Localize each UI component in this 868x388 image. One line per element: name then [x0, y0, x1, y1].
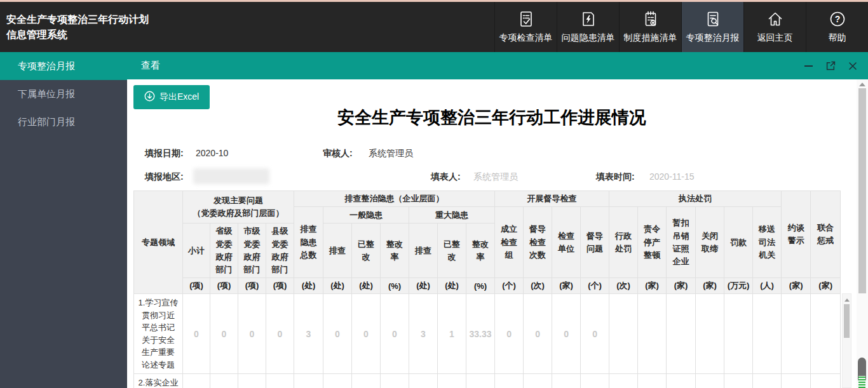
fill-time-value: 2020-11-15 [649, 171, 695, 182]
nav-item-hazard-list[interactable]: 问题隐患清单 [557, 2, 619, 52]
unit-cell: (家) [696, 278, 724, 294]
col-header-joint-punishment: 联合 惩戒 [811, 191, 841, 278]
value-cell [352, 374, 381, 388]
nav-item-help[interactable]: ? 帮助 [806, 2, 868, 52]
hazard-list-icon [580, 10, 597, 28]
group-header-hidden-dangers: 排查整治隐患（企业层面） [294, 191, 495, 207]
sidebar-item-industry-departments[interactable]: 行业部门月报 [0, 108, 127, 136]
home-icon [766, 10, 784, 28]
unit-cell: (个) [495, 278, 524, 294]
value-cell: 0 [524, 294, 552, 374]
fill-date-label: 填报日期: [145, 148, 184, 159]
value-cell: 0 [266, 294, 294, 374]
nav-item-home[interactable]: 返回主页 [743, 2, 806, 52]
value-cell [753, 374, 782, 388]
value-cell [811, 294, 841, 374]
col-header-interview-warning: 约谈 警示 [782, 191, 811, 278]
value-cell: 0 [495, 294, 524, 374]
group-header-main-problems: 发现主要问题 （党委政府及部门层面） [183, 191, 294, 224]
group-header-enforcement: 执法处罚 [609, 191, 782, 207]
unit-cell: (家) [782, 278, 811, 294]
close-icon[interactable] [848, 61, 858, 71]
nav-item-label: 帮助 [829, 32, 846, 44]
row-label-topic: 2.落实企业 [134, 374, 183, 388]
nav-item-inspection-list[interactable]: 专项检查清单 [494, 2, 557, 52]
col-header-order-stop: 责令 停产 整顿 [638, 207, 667, 278]
table-body: 1.学习宣传 贯彻习近 平总书记 关于安全 生产重要 论述专题000030003… [134, 294, 841, 388]
sidebar-item-subordinate-units[interactable]: 下属单位月报 [0, 80, 127, 108]
unit-cell: (项) [266, 278, 294, 294]
value-cell [409, 374, 438, 388]
unit-cell: (家) [811, 278, 841, 294]
sidebar: 专项整治月报 下属单位月报 行业部门月报 [0, 52, 127, 388]
nav-item-monthly-report[interactable]: 专项整治月报 [681, 2, 743, 52]
value-cell [667, 374, 696, 388]
row-label-topic: 1.学习宣传 贯彻习近 平总书记 关于安全 生产重要 论述专题 [134, 294, 183, 374]
reviewer-value: 系统管理员 [369, 148, 413, 159]
reviewer-label: 审核人: [323, 148, 353, 159]
unit-cell: (次) [609, 278, 638, 294]
unit-cell: (家) [667, 278, 696, 294]
unit-cell: (项) [238, 278, 266, 294]
filler-label: 填表人: [431, 171, 461, 183]
nav-item-label: 专项检查清单 [499, 32, 553, 44]
value-cell [238, 374, 266, 388]
value-cell: 0 [183, 294, 210, 374]
col-header-supervise-problems: 督导 问题 [581, 207, 609, 278]
value-cell [696, 294, 724, 374]
panel-scrollbar[interactable] [857, 79, 868, 388]
col-header-admin-penalty: 行政 处罚 [609, 207, 638, 278]
tab-view[interactable]: 查看 [127, 60, 160, 72]
value-cell: 3 [409, 294, 438, 374]
minimize-icon[interactable] [803, 61, 813, 71]
value-cell [495, 374, 524, 388]
progress-table: 专题领域 发现主要问题 （党委政府及部门层面） 排查整治隐患（企业层面） 开展督… [133, 191, 841, 388]
unit-cell: (%) [381, 278, 409, 294]
unit-cell: (项) [183, 278, 210, 294]
value-cell [581, 374, 609, 388]
col-header-total-hidden: 排查 隐患 总数 [294, 207, 323, 278]
scroll-up-arrow-icon[interactable] [844, 298, 850, 302]
app-window: 安全生产专项整治三年行动计划 信息管理系统 专项检查清单 [0, 0, 868, 388]
monthly-report-icon [704, 10, 722, 28]
table-scrollbar-thumb[interactable] [844, 304, 850, 338]
nav-item-label: 专项整治月报 [686, 32, 740, 44]
value-cell [552, 374, 581, 388]
tab-bar: 查看 [127, 52, 868, 79]
unit-cell: (个) [581, 278, 609, 294]
value-cell: 0 [381, 294, 409, 374]
nav-item-label: 制度措施清单 [624, 32, 677, 44]
window-controls [803, 61, 868, 71]
value-cell [183, 374, 210, 388]
panel-scrollbar-thumb[interactable] [858, 88, 866, 293]
value-cell: 3 [294, 294, 323, 374]
scroll-up-arrow-icon[interactable] [859, 83, 865, 86]
sidebar-item-monthly-report[interactable]: 专项整治月报 [0, 52, 127, 80]
col-header-subtotal: 小计 [183, 224, 210, 278]
value-cell [724, 294, 753, 374]
value-cell [638, 294, 667, 374]
nav-item-label: 问题隐患清单 [562, 32, 615, 44]
table-scrollbar[interactable] [842, 293, 851, 388]
value-cell: 0 [552, 294, 581, 374]
download-circle-icon [144, 91, 155, 104]
col-header-check-major: 排查 [409, 224, 438, 278]
value-cell: 0 [352, 294, 381, 374]
value-cell [667, 294, 696, 374]
col-header-supervise-times: 督导 检查 次数 [524, 207, 552, 278]
restore-icon[interactable] [825, 61, 836, 71]
group-header-general-hidden: 一般隐患 [323, 207, 409, 224]
filler-value: 系统管理员 [473, 171, 518, 183]
table-header: 专题领域 发现主要问题 （党委政府及部门层面） 排查整治隐患（企业层面） 开展督… [134, 191, 841, 294]
unit-cell: (家) [638, 278, 667, 294]
cursor-artifact-stripes [858, 376, 865, 388]
unit-cell: (人) [753, 278, 782, 294]
table-row: 2.落实企业 [134, 374, 841, 388]
nav-item-measures-list[interactable]: 制度措施清单 [619, 2, 681, 52]
unit-cell: (万元) [724, 278, 753, 294]
value-cell: 0 [238, 294, 266, 374]
value-cell [753, 294, 782, 374]
unit-cell: (处) [294, 278, 323, 294]
col-header-setup-team: 成立 检查 组 [495, 207, 524, 278]
unit-cell: (家) [552, 278, 581, 294]
